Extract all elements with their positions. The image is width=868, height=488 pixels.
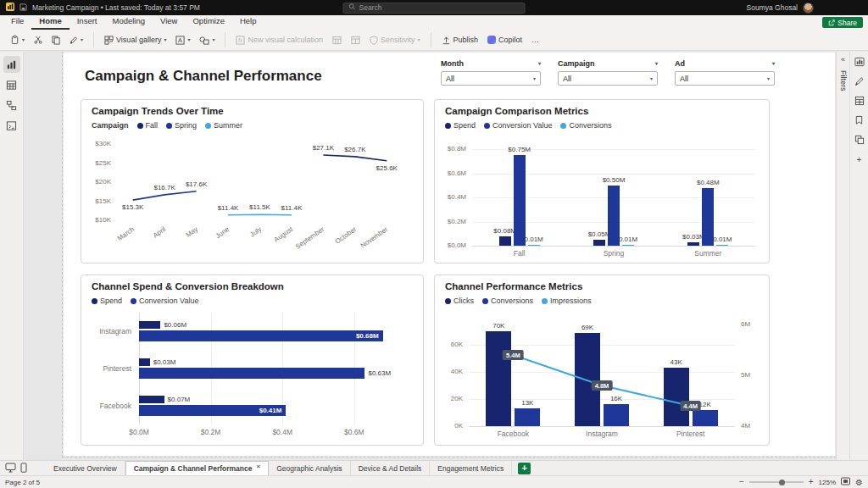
zoom-slider[interactable]	[749, 481, 804, 483]
y-axis-label: Instagram	[86, 327, 131, 336]
model-view-icon[interactable]	[3, 97, 20, 114]
bar-conversion-value[interactable]	[139, 368, 364, 379]
new-page-button[interactable]: +	[518, 463, 531, 474]
ribbon-separator	[93, 32, 94, 47]
menu-tab-help[interactable]: Help	[232, 14, 264, 30]
slicer-month: Month▾All▾	[441, 58, 541, 92]
legend-label: Spend	[453, 121, 476, 130]
bar-conversions[interactable]	[622, 245, 634, 246]
bar-conversions[interactable]	[528, 245, 540, 246]
legend-item-conversions[interactable]: Conversions	[560, 121, 611, 130]
dax-query-view-icon[interactable]	[3, 117, 20, 134]
y-axis-label: $0.4M	[440, 193, 466, 202]
legend-item-clicks[interactable]: Clicks	[445, 297, 474, 305]
data-pane-icon[interactable]	[854, 95, 865, 107]
selection-pane-icon[interactable]	[854, 134, 865, 146]
page-tab-device-ad-details[interactable]: Device & Ad Details	[351, 461, 431, 475]
page-tab-engagement-metrics[interactable]: Engagement Metrics	[430, 461, 512, 475]
fit-to-page-icon[interactable]	[841, 477, 850, 487]
bookmarks-pane-icon[interactable]	[854, 114, 865, 126]
visual-gallery-button[interactable]: Visual gallery▾	[101, 31, 170, 48]
bar-spend[interactable]	[687, 242, 699, 246]
bar-conversion-value[interactable]	[514, 155, 526, 246]
slicer-header[interactable]: Month▾	[441, 58, 541, 69]
bar-conversions[interactable]	[716, 245, 728, 246]
desktop-layout-icon[interactable]	[5, 461, 16, 476]
report-page[interactable]: Campaign & Channel Performance Month▾All…	[64, 53, 835, 456]
legend-item-spend[interactable]: Spend	[445, 121, 476, 130]
legend-item-spend[interactable]: Spend	[92, 297, 122, 305]
app-body: Campaign & Channel Performance Month▾All…	[0, 52, 868, 460]
shapes-button[interactable]: ▾	[196, 31, 218, 48]
mobile-layout-icon[interactable]	[20, 461, 27, 476]
user-avatar[interactable]	[803, 3, 814, 14]
page-tab-geographic-analysis[interactable]: Geographic Analysis	[269, 461, 351, 475]
legend-item-spring[interactable]: Spring	[166, 121, 197, 130]
publish-button[interactable]: Publish	[438, 31, 482, 48]
menu-tab-view[interactable]: View	[153, 14, 185, 30]
menu-tab-optimize[interactable]: Optimize	[185, 14, 231, 30]
chart-card-campaign-trends[interactable]: Campaign Trends Over Time CampaignFallSp…	[81, 99, 424, 263]
menu-tab-home[interactable]: Home	[31, 14, 69, 30]
table-tools-icon[interactable]	[329, 31, 345, 48]
format-painter-button[interactable]: ▾	[66, 31, 86, 48]
expand-pane-icon[interactable]: «	[841, 55, 845, 64]
page-tab-campaign-channel-performance[interactable]: Campaign & Channel Performance×	[125, 461, 269, 475]
slicer-header[interactable]: Ad▾	[675, 58, 775, 69]
legend-item-impressions[interactable]: Impressions	[542, 297, 592, 305]
svg-text:A: A	[178, 36, 182, 44]
search-input[interactable]	[359, 3, 520, 12]
save-icon[interactable]	[19, 3, 27, 13]
chart-card-channel-spend-breakdown[interactable]: Channel Spend & Conversion Breakdown Spe…	[81, 274, 424, 446]
slicer-header[interactable]: Campaign▾	[558, 58, 658, 69]
chart-card-channel-performance[interactable]: Channel Performance Metrics ClicksConver…	[434, 274, 770, 446]
status-bar: Page 2 of 5 − + 125% ⚙	[0, 475, 868, 488]
cut-button[interactable]	[31, 31, 46, 48]
new-visual-calculation-button[interactable]: fxNew visual calculation	[232, 31, 326, 48]
search-icon	[349, 3, 356, 12]
more-options-button[interactable]: …	[528, 31, 542, 48]
x-axis-label: $0.6M	[336, 428, 373, 436]
slicer-dropdown[interactable]: All▾	[441, 71, 541, 86]
filters-pane-collapsed[interactable]: « Filters	[836, 52, 849, 460]
close-icon[interactable]: ×	[256, 463, 260, 470]
table-view-icon[interactable]	[3, 76, 20, 93]
zoom-in-button[interactable]: +	[809, 478, 814, 486]
data-label: $17.6K	[178, 180, 215, 188]
report-view-icon[interactable]	[3, 56, 20, 73]
text-box-button[interactable]: A▾	[172, 31, 193, 48]
legend-item-fall[interactable]: Fall	[137, 121, 159, 130]
bar-spend[interactable]	[499, 236, 511, 246]
legend-item-summer[interactable]: Summer	[205, 121, 242, 130]
slicer-dropdown[interactable]: All▾	[558, 71, 658, 86]
legend-item-conversion-value[interactable]: Conversion Value	[131, 297, 198, 305]
legend-label: Conversions	[569, 121, 611, 130]
copilot-button[interactable]: Copilot	[484, 31, 526, 48]
legend-item-conversions[interactable]: Conversions	[482, 297, 533, 305]
bar-spend[interactable]	[139, 321, 160, 329]
legend-item-conversion-value[interactable]: Conversion Value	[484, 121, 552, 130]
paste-button[interactable]: ▾	[7, 31, 28, 48]
menu-tab-modeling[interactable]: Modeling	[104, 14, 153, 30]
menu-tab-insert[interactable]: Insert	[70, 14, 105, 30]
format-pane-icon[interactable]	[854, 75, 865, 87]
bar-spend[interactable]	[139, 358, 150, 366]
menu-tab-file[interactable]: File	[3, 14, 31, 30]
copy-button[interactable]	[48, 31, 64, 48]
slicer-dropdown[interactable]: All▾	[675, 71, 775, 86]
settings-gear-icon[interactable]: ⚙	[855, 478, 863, 487]
bar-spend[interactable]	[593, 240, 605, 246]
search-box[interactable]	[343, 3, 526, 14]
visualizations-pane-icon[interactable]	[854, 56, 865, 68]
add-pane-icon[interactable]: +	[854, 153, 865, 165]
page-tab-executive-overview[interactable]: Executive Overview	[46, 461, 125, 475]
chart-card-campaign-comparison[interactable]: Campaign Comparison Metrics SpendConvers…	[434, 99, 770, 263]
measure-tools-icon[interactable]	[348, 31, 364, 48]
sensitivity-button[interactable]: Sensitivity▾	[366, 31, 424, 48]
zoom-out-button[interactable]: −	[739, 478, 744, 486]
legend-label: Spring	[175, 121, 197, 130]
bar-spend[interactable]	[139, 396, 164, 403]
zoom-slider-thumb[interactable]	[779, 480, 785, 485]
share-button[interactable]: Share	[822, 17, 863, 28]
data-label: $0.75M	[501, 146, 538, 153]
